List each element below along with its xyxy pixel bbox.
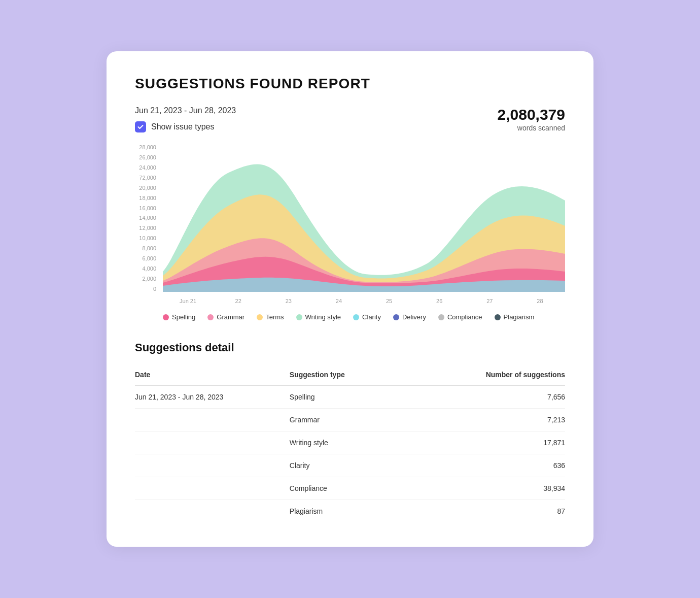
legend-dot-grammar: [207, 314, 214, 320]
header-row: Jun 21, 2023 - Jun 28, 2023 Show issue t…: [135, 106, 565, 141]
checkmark-icon: [137, 123, 144, 130]
table-cell-date: [135, 431, 290, 454]
y-label: 4,000: [142, 266, 156, 272]
y-label: 20,000: [139, 185, 156, 191]
show-issue-types-checkbox[interactable]: [135, 121, 146, 132]
table-cell-count: 7,213: [444, 409, 565, 431]
y-label: 8,000: [142, 246, 156, 251]
legend-label-compliance: Compliance: [447, 313, 482, 321]
x-label: 23: [263, 298, 313, 304]
y-label: 0: [153, 286, 156, 292]
y-label: 26,000: [139, 155, 156, 160]
table-row: Grammar7,213: [135, 409, 565, 431]
x-label: 24: [313, 298, 364, 304]
y-label: 12,000: [139, 225, 156, 231]
table-cell-count: 87: [444, 500, 565, 523]
suggestions-table: Date Suggestion type Number of suggestio…: [135, 367, 565, 522]
legend-label-plagiarism: Plagiarism: [504, 313, 535, 321]
words-count: 2,080,379: [498, 106, 565, 123]
report-card: SUGGESTIONS FOUND REPORT Jun 21, 2023 - …: [107, 51, 593, 547]
show-issue-types-label: Show issue types: [151, 122, 215, 131]
legend-label-delivery: Delivery: [402, 313, 426, 321]
legend-item-plagiarism: Plagiarism: [495, 313, 535, 321]
table-row: Jun 21, 2023 - Jun 28, 2023Spelling7,656: [135, 385, 565, 409]
legend-item-delivery: Delivery: [393, 313, 426, 321]
legend-item-clarity: Clarity: [353, 313, 381, 321]
legend-dot-clarity: [353, 314, 359, 320]
legend-item-grammar: Grammar: [207, 313, 244, 321]
table-cell-count: 17,871: [444, 431, 565, 454]
x-label: Jun 21: [163, 298, 213, 304]
table-row: Clarity636: [135, 454, 565, 477]
y-label: 6,000: [142, 256, 156, 261]
table-cell-type: Plagiarism: [290, 500, 444, 523]
legend-dot-plagiarism: [495, 314, 501, 320]
y-label: 10,000: [139, 236, 156, 241]
table-cell-count: 636: [444, 454, 565, 477]
chart-area: 28,000 26,000 24,000 72,000 20,000 18,00…: [135, 145, 565, 307]
chart-y-axis: 28,000 26,000 24,000 72,000 20,000 18,00…: [135, 145, 160, 292]
chart-svg: [163, 145, 565, 292]
words-scanned-section: 2,080,379 words scanned: [498, 106, 565, 132]
legend-item-spelling: Spelling: [163, 313, 195, 321]
legend-dot-compliance: [438, 314, 444, 320]
legend-dot-terms: [257, 314, 263, 320]
table-cell-date: [135, 409, 290, 431]
legend-dot-spelling: [163, 314, 169, 320]
table-cell-date: Jun 21, 2023 - Jun 28, 2023: [135, 385, 290, 409]
table-header-row: Date Suggestion type Number of suggestio…: [135, 367, 565, 385]
y-label: 18,000: [139, 195, 156, 201]
table-cell-date: [135, 454, 290, 477]
table-cell-type: Grammar: [290, 409, 444, 431]
left-header: Jun 21, 2023 - Jun 28, 2023 Show issue t…: [135, 106, 236, 141]
y-label: 16,000: [139, 206, 156, 211]
x-label: 27: [465, 298, 515, 304]
legend-label-writing-style: Writing style: [305, 313, 341, 321]
legend-label-grammar: Grammar: [217, 313, 244, 321]
table-cell-type: Clarity: [290, 454, 444, 477]
y-label: 24,000: [139, 165, 156, 171]
legend-dot-writing-style: [296, 314, 302, 320]
x-label: 25: [364, 298, 414, 304]
chart-inner: [163, 145, 565, 292]
legend-label-terms: Terms: [266, 313, 284, 321]
x-label: 26: [414, 298, 465, 304]
col-header-type: Suggestion type: [290, 367, 444, 385]
chart-x-axis: Jun 21 22 23 24 25 26 27 28: [163, 295, 565, 307]
words-label: words scanned: [517, 124, 565, 132]
legend-item-compliance: Compliance: [438, 313, 482, 321]
show-issue-types-row[interactable]: Show issue types: [135, 121, 236, 132]
x-label: 28: [515, 298, 565, 304]
legend-item-terms: Terms: [257, 313, 284, 321]
report-title: SUGGESTIONS FOUND REPORT: [135, 76, 565, 92]
table-cell-date: [135, 477, 290, 500]
table-cell-type: Writing style: [290, 431, 444, 454]
suggestions-detail-title: Suggestions detail: [135, 341, 565, 354]
y-label: 2,000: [142, 276, 156, 282]
table-cell-count: 38,934: [444, 477, 565, 500]
table-cell-date: [135, 500, 290, 523]
date-range: Jun 21, 2023 - Jun 28, 2023: [135, 106, 236, 115]
table-row: Writing style17,871: [135, 431, 565, 454]
table-row: Plagiarism87: [135, 500, 565, 523]
table-row: Compliance38,934: [135, 477, 565, 500]
col-header-count: Number of suggestions: [444, 367, 565, 385]
table-cell-count: 7,656: [444, 385, 565, 409]
legend-item-writing-style: Writing style: [296, 313, 341, 321]
y-label: 28,000: [139, 145, 156, 150]
y-label: 72,000: [139, 175, 156, 181]
y-label: 14,000: [139, 215, 156, 221]
legend-label-spelling: Spelling: [172, 313, 195, 321]
chart-legend: Spelling Grammar Terms Writing style Cla…: [135, 313, 565, 321]
x-label: 22: [213, 298, 263, 304]
col-header-date: Date: [135, 367, 290, 385]
table-cell-type: Spelling: [290, 385, 444, 409]
table-cell-type: Compliance: [290, 477, 444, 500]
legend-dot-delivery: [393, 314, 399, 320]
legend-label-clarity: Clarity: [362, 313, 381, 321]
